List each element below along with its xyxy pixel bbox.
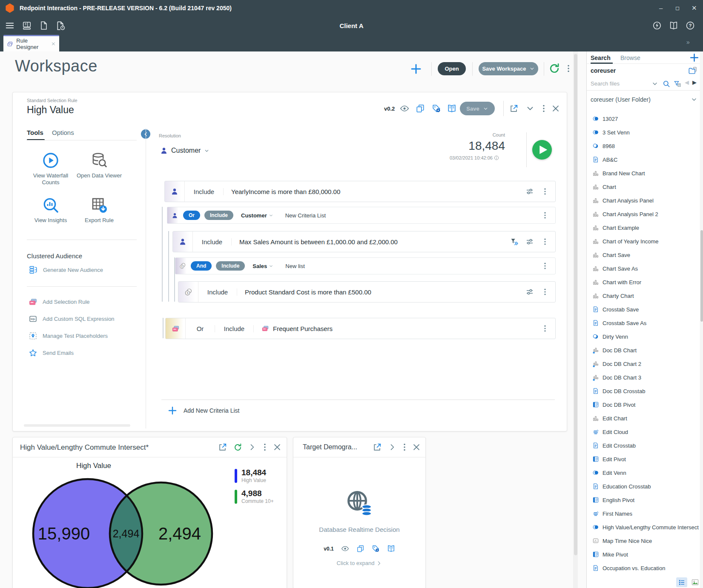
file-item[interactable]: Education Crosstab	[587, 480, 700, 493]
tool-view-waterfall-counts[interactable]: View Waterfall Counts	[27, 152, 74, 186]
file-item[interactable]: Chart Analysis Panel	[587, 194, 700, 207]
tool-view-insights[interactable]: View Insights	[27, 197, 74, 224]
workspace-menu-icon[interactable]	[564, 64, 573, 73]
sliders-icon[interactable]	[525, 187, 534, 196]
tab-rule-designer[interactable]: Rule Designer	[3, 35, 59, 51]
open-in-window-icon[interactable]	[218, 442, 227, 452]
preview-icon[interactable]	[341, 545, 349, 553]
file-item[interactable]: Edit Chart	[587, 411, 700, 425]
open-in-window-icon[interactable]	[509, 104, 519, 113]
tab-tools[interactable]: Tools	[27, 129, 43, 136]
group-name[interactable]: New Criteria List	[285, 212, 326, 219]
maximize-button[interactable]: ◻	[675, 0, 680, 16]
close-tab-icon[interactable]	[51, 41, 56, 46]
add-selection-rule-item[interactable]: Add Selection Rule	[29, 297, 90, 306]
catalog-icon[interactable]	[387, 545, 395, 553]
file-item[interactable]: Doc DB Chart	[587, 343, 700, 357]
save-rule-button[interactable]: Save	[460, 102, 495, 115]
tab-options[interactable]: Options	[52, 129, 74, 136]
main-scrollbar[interactable]	[573, 51, 578, 588]
criteria-row[interactable]: Include Max Sales Amount is between £1,0…	[172, 231, 556, 252]
group-name[interactable]: New list	[285, 263, 305, 269]
realtime-sync-icon[interactable]	[652, 21, 662, 30]
search-icon[interactable]	[663, 80, 670, 88]
file-item[interactable]: Chart	[587, 180, 700, 194]
tool-export-rule[interactable]: Export Rule	[76, 197, 123, 224]
open-in-window-icon[interactable]	[373, 442, 382, 452]
mode-pill[interactable]: Include	[216, 261, 245, 271]
add-workspace-item-button[interactable]	[410, 63, 422, 75]
file-item[interactable]: Occupation vs. Education	[587, 561, 700, 575]
search-query-input[interactable]: coreuser	[591, 67, 616, 74]
copy-icon[interactable]	[356, 545, 364, 553]
history-forward-icon[interactable]: ▶	[692, 79, 697, 86]
collapse-folder-icon[interactable]	[691, 96, 697, 103]
open-button[interactable]: Open	[438, 62, 466, 75]
tool-open-data-viewer[interactable]: Open Data Viewer	[76, 152, 123, 179]
tab-browse[interactable]: Browse	[620, 54, 640, 61]
file-item[interactable]: Edit Cloud	[587, 425, 700, 439]
referenced-rule[interactable]: Frequent Purchasers	[254, 325, 541, 332]
row-menu-icon[interactable]	[541, 324, 549, 333]
sliders-icon[interactable]	[525, 288, 534, 296]
add-file-button[interactable]	[689, 52, 700, 63]
tag-icon[interactable]	[432, 104, 441, 113]
close-card-icon[interactable]	[273, 442, 282, 452]
resolution-select[interactable]: Customer	[160, 147, 209, 154]
sliders-icon[interactable]	[525, 237, 534, 246]
row-menu-icon[interactable]	[541, 237, 549, 246]
close-window-button[interactable]: ✕	[692, 0, 697, 16]
file-item[interactable]: Charty Chart	[587, 289, 700, 303]
file-item[interactable]: Edit Pivot	[587, 452, 700, 466]
preview-icon[interactable]	[400, 104, 409, 113]
file-item[interactable]: 3 Set Venn	[587, 126, 700, 139]
row-menu-icon[interactable]	[541, 262, 549, 270]
send-emails-item[interactable]: Send Emails	[29, 348, 74, 357]
file-item[interactable]: Chart Example	[587, 221, 700, 234]
mode-pill[interactable]: Include	[204, 211, 233, 220]
file-item[interactable]: AB&C	[587, 153, 700, 166]
file-item[interactable]: Edit Crosstab	[587, 439, 700, 452]
search-files-input[interactable]: Search files	[591, 80, 620, 87]
file-item[interactable]: Brand New Chart	[587, 166, 700, 180]
file-item[interactable]: High Value/Lengthy Commute Intersect	[587, 520, 700, 534]
criteria-group-row[interactable]: And Include Sales New list	[175, 257, 556, 274]
file-item[interactable]: Doc DB Chart 3	[587, 371, 700, 384]
filter-files-icon[interactable]	[674, 80, 681, 88]
main-scrollbar-thumb[interactable]	[574, 54, 577, 555]
search-type-dropdown-icon[interactable]	[651, 80, 658, 87]
chevron-right-icon[interactable]	[248, 443, 256, 451]
click-to-expand-button[interactable]: Click to expand	[293, 560, 425, 566]
file-item[interactable]: Crosstab Save As	[587, 316, 700, 330]
venn-diagram[interactable]: 15,990 2,494 2,494	[16, 473, 238, 588]
file-item[interactable]: Mike Pivot	[587, 548, 700, 561]
file-item[interactable]: Doc DB Crosstab	[587, 384, 700, 398]
folder-header-row[interactable]: coreuser (User Folder)	[587, 91, 700, 108]
row-menu-icon[interactable]	[541, 187, 549, 196]
card-menu-icon[interactable]	[260, 442, 270, 452]
save-workspace-button[interactable]: Save Workspace	[479, 62, 538, 75]
collapse-card-icon[interactable]	[525, 104, 535, 113]
row-menu-icon[interactable]	[541, 288, 549, 296]
add-new-criteria-list-button[interactable]: Add New Criteria List	[167, 405, 240, 416]
minimize-button[interactable]: –	[659, 0, 663, 16]
tab-search[interactable]: Search	[591, 54, 611, 61]
manage-test-placeholders-item[interactable]: Manage Test Placeholders	[29, 331, 108, 340]
copy-rule-icon[interactable]	[416, 104, 425, 113]
filter-next-icon[interactable]	[510, 237, 519, 246]
file-item[interactable]: First Names	[587, 507, 700, 520]
sidebar-scrollbar-thumb[interactable]	[700, 230, 703, 322]
rule-menu-icon[interactable]	[539, 104, 548, 113]
file-item[interactable]: Chart with Error	[587, 275, 700, 289]
catalog-icon[interactable]	[447, 104, 456, 113]
generate-new-audience-item[interactable]: Generate New Audience	[29, 265, 103, 274]
refresh-workspace-icon[interactable]	[548, 63, 560, 74]
file-item[interactable]: Chart Analysis Panel 2	[587, 207, 700, 221]
group-level[interactable]: Customer	[241, 212, 267, 219]
panel-horizontal-scrollbar[interactable]	[24, 424, 130, 427]
file-item[interactable]: 8968	[587, 139, 700, 153]
file-item[interactable]: Edit Venn	[587, 466, 700, 480]
help-icon[interactable]	[686, 21, 695, 30]
criteria-row[interactable]: Include YearlyIncome is more than £80,00…	[164, 181, 556, 202]
row-menu-icon[interactable]	[541, 211, 549, 220]
